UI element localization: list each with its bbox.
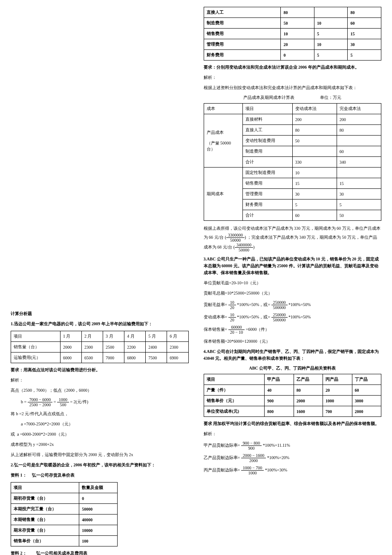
breakeven-qty: 保本销售量= 6000020 − 10 =6000（件）: [204, 325, 382, 335]
q1-requirement: 要求：用高低点法对该公司运输费用进行分析。: [11, 367, 189, 373]
product-yi-rate: 乙产品贡献边际率= 2000 − 16002000 *100%=20%: [204, 453, 382, 463]
right-column: 直接人工8080 制造费用501060 销售费用10515 管理费用201030…: [204, 4, 382, 555]
table-row: 销售量（台） 2000 2300 2500 2200 2400 2300: [11, 342, 189, 353]
q4-stmt: 4.ABC 公司在计划期间内同时生产销售甲、乙、丙、丁四种产品，假定产销平衡，固…: [204, 348, 382, 362]
q4-table: 项目 甲产品 乙产品 丙产品 丁产品 产量（件） 40 80 20 60 销售单…: [204, 374, 382, 417]
q4-requirement: 要求 用加权平均法计算公司的综合贡献毛益率、综合保本销售额以及各种产品的保本销售…: [204, 420, 382, 427]
b-equation: b = 7000 − 60002500 − 2000 = 1000500 = 2…: [11, 397, 189, 407]
table3-caption: 产品成本及期间成本计算表 单位：万元: [204, 95, 382, 101]
q2-table2-cont: 直接人工8080 制造费用501060 销售费用10515 管理费用201030…: [204, 7, 382, 61]
product-bing-rate: 丙产品贡献边际率= 1000 − 7001000 *100%=30%: [204, 465, 382, 475]
cost-calc-table: 成本 项目 变动成本法 完全成本法 产品成本（产量 50000 台） 直接材料2…: [204, 103, 382, 221]
q2-table1: 项目数量及金额 期初存货量（台）0 本期投产完工量（台）50000 本期销售量（…: [11, 482, 118, 546]
material-1: 资料 1： 弘一公司存货及单价表: [11, 472, 189, 479]
product-jia-rate: 甲产品贡献边际率= 900 − 800900 *100%=11.11%: [204, 441, 382, 451]
solution-label: 解析：: [11, 377, 189, 384]
q2-conclusion: 根据上表所得，该公司变动成本法下产品成本为 330 万元，期间成本为 60 万元…: [204, 224, 382, 252]
solution-label: 解析：: [204, 74, 382, 81]
q3-line1: 单位贡献毛益=20-10=10（元）: [204, 280, 382, 286]
section-title: 计算分析题: [11, 310, 189, 317]
gross-margin-rate: 贡献毛益率= 1020 *100%=50%，或= 250000500000 *1…: [204, 300, 382, 310]
high-low-points: 高点（2500，7000）；低点（2000，6000）: [11, 387, 189, 394]
left-column: 计算分析题 1.迅达公司是一家生产电器的公司，该公司 2009 年上半年的运输费…: [11, 4, 189, 555]
q1-stmt: 1.迅达公司是一家生产电器的公司，该公司 2009 年上半年的运输费用如下：: [11, 321, 189, 327]
a-eq-1: a =7000-2500*2=2000（元）: [11, 421, 189, 428]
variable-cost-rate: 变动成本率= 1020 *100%=50%，或= 250000500000 *1…: [204, 312, 382, 322]
q2-stmt: 2.弘一公司是生产取暖器的企业，2006 年初投产，该年的相关生产资料如下：: [11, 462, 189, 468]
q4-table-caption: ABC 公司甲、乙、丙、丁四种产品相关资料表: [204, 365, 382, 371]
table-row: 运输费用(元） 6000 6500 7000 6800 7500 6900: [11, 353, 189, 363]
solution-label: 解析：: [204, 431, 382, 437]
q1-conclusion: 从上述解析可得，运输费用中固定部分为 2000 元，变动部分为 2x: [11, 451, 189, 458]
q2-requirement: 要求：分别用变动成本法和完全成本法计算该企业 2006 年的产品成本和期间成本。: [204, 64, 382, 71]
table-row: 项目 1 月 2 月 3 月 4 月 5 月 6 月: [11, 331, 189, 342]
q3-stmt: 3.ABC 公司只生产一种产品，已知该产品的单位变动成本为 10 元，销售单价为…: [204, 256, 382, 276]
breakeven-sales: 保本销售额=20*6000=120000（元）: [204, 338, 382, 345]
substitute: 将 b =2 元/件代入高点或低点，: [11, 410, 189, 417]
q1-table: 项目 1 月 2 月 3 月 4 月 5 月 6 月 销售量（台） 2000 2…: [11, 331, 189, 363]
cost-model: 成本模型为 y =2000+2x: [11, 441, 189, 448]
q2-intro: 根据上述资料分别按变动成本法和完全成本法计算的产品成本和期间成本如下表：: [204, 84, 382, 91]
material-2: 资料 2： 弘一公司相关成本及费用表: [11, 550, 189, 555]
q3-line2: 贡献毛总额=10*25000=250000（元）: [204, 290, 382, 297]
